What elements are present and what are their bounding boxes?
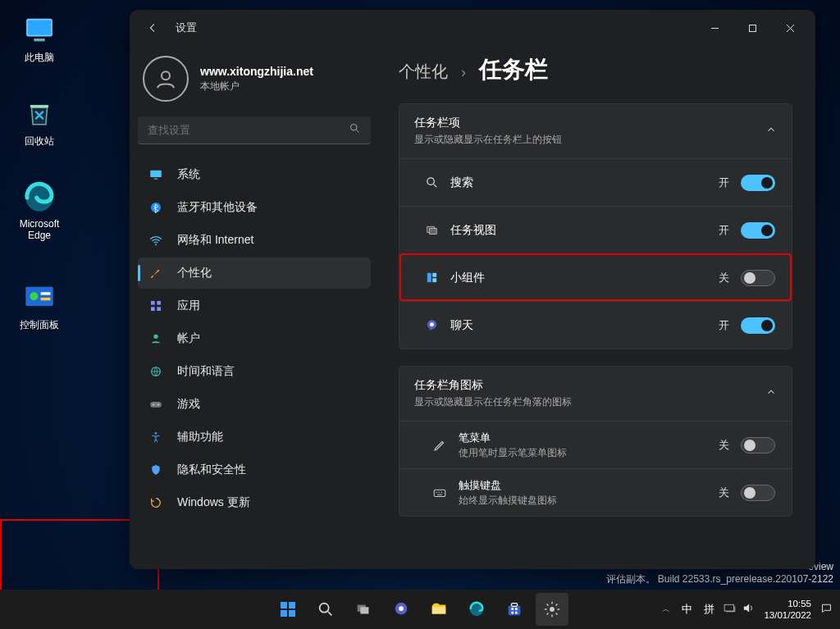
svg-rect-16 [151, 301, 155, 305]
desktop-icon-thispc[interactable]: 此电脑 [8, 13, 71, 65]
svg-rect-9 [749, 25, 756, 31]
volume-tray-icon[interactable] [742, 601, 756, 618]
notification-tray-icon[interactable] [819, 601, 833, 618]
nav-label: 游戏 [177, 397, 200, 412]
nav-system[interactable]: 系统 [138, 159, 371, 190]
nav-network[interactable]: 网络和 Internet [138, 225, 371, 256]
taskbar-taskview[interactable] [347, 593, 380, 626]
nav-gaming[interactable]: 游戏 [138, 389, 371, 420]
svg-point-24 [158, 403, 159, 405]
chevron-up-icon [765, 124, 777, 139]
ime-mode[interactable]: 拼 [701, 602, 718, 617]
svg-rect-3 [30, 105, 48, 107]
tray-overflow[interactable]: ︿ [659, 604, 673, 615]
nav-accounts[interactable]: 帐户 [138, 323, 371, 354]
nav-label: 辅助功能 [177, 430, 223, 444]
nav-label: 蓝牙和其他设备 [177, 200, 258, 215]
taskbar-clock[interactable]: 10:55 13/01/2022 [760, 598, 815, 622]
toggle-state: 开 [719, 223, 729, 238]
svg-rect-29 [427, 273, 431, 282]
widgets-icon [422, 269, 441, 287]
card-header-taskbar-items[interactable]: 任务栏项 显示或隐藏显示在任务栏上的按钮 [399, 104, 792, 158]
ime-lang[interactable]: 中 [678, 602, 696, 617]
gamepad-icon [148, 396, 164, 412]
card-header-corner-icons[interactable]: 任务栏角图标 显示或隐藏显示在任务栏角落的图标 [399, 367, 792, 421]
svg-rect-46 [509, 605, 521, 615]
taskbar: ︿ 中 拼 10:55 13/01/2022 [0, 590, 840, 629]
taskview-icon [422, 221, 441, 239]
svg-point-39 [320, 604, 329, 613]
nav-bluetooth[interactable]: 蓝牙和其他设备 [138, 192, 371, 223]
toggle-chat[interactable] [741, 317, 775, 334]
taskbar-store[interactable] [498, 593, 531, 626]
start-button[interactable] [272, 593, 304, 626]
toggle-touchkeyboard[interactable] [741, 485, 775, 501]
nav-time[interactable]: 时间和语言 [138, 356, 371, 387]
toggle-state: 关 [719, 438, 729, 453]
desktop-icon-label: Microsoft Edge [8, 218, 71, 241]
maximize-button[interactable] [733, 15, 771, 41]
nav-label: 个性化 [177, 266, 212, 280]
taskbar-edge[interactable] [460, 593, 493, 626]
row-search[interactable]: 搜索 开 [399, 158, 792, 206]
taskbar-explorer[interactable] [422, 593, 455, 626]
svg-point-15 [155, 244, 157, 245]
taskbar-center [272, 593, 568, 626]
row-label: 笔菜单 [459, 431, 567, 445]
nav-update[interactable]: Windows 更新 [138, 487, 371, 518]
svg-point-33 [430, 322, 434, 326]
nav-personalization[interactable]: 个性化 [138, 258, 371, 289]
row-taskview[interactable]: 任务视图 开 [399, 206, 792, 253]
desktop-icon-recycle[interactable]: 回收站 [8, 97, 71, 148]
back-button[interactable] [141, 16, 164, 39]
chevron-right-icon: › [461, 64, 466, 81]
svg-point-25 [155, 432, 158, 435]
titlebar: 设置 [130, 10, 815, 46]
minimize-button[interactable] [696, 15, 733, 41]
nav: 系统 蓝牙和其他设备 网络和 Internet 个性化 应用 [138, 159, 371, 518]
row-label: 任务视图 [450, 223, 496, 238]
taskbar-chat[interactable] [385, 593, 418, 626]
toggle-search[interactable] [741, 175, 775, 191]
search-icon [349, 122, 361, 138]
svg-rect-12 [150, 171, 162, 177]
breadcrumb-parent[interactable]: 个性化 [399, 61, 448, 83]
toggle-state: 关 [719, 271, 729, 285]
taskbar-items-card: 任务栏项 显示或隐藏显示在任务栏上的按钮 搜索 开 任务视图 开 [399, 103, 792, 349]
nav-apps[interactable]: 应用 [138, 290, 371, 321]
nav-privacy[interactable]: 隐私和安全性 [138, 454, 371, 485]
brush-icon [148, 265, 164, 281]
svg-rect-19 [157, 307, 161, 311]
desktop-icon-cpanel[interactable]: 控制面板 [8, 280, 71, 332]
svg-rect-28 [429, 228, 436, 234]
desktop-icon-edge[interactable]: Microsoft Edge [8, 180, 71, 241]
taskbar-search[interactable] [309, 593, 342, 626]
toggle-penmenu[interactable] [741, 437, 775, 454]
row-widgets[interactable]: 小组件 关 [399, 253, 792, 301]
row-chat[interactable]: 聊天 开 [399, 301, 792, 349]
account-name: www.xitongzhijia.net [200, 65, 313, 78]
desktop-icon-label: 此电脑 [8, 51, 71, 65]
row-label: 聊天 [450, 318, 473, 333]
toggle-widgets[interactable] [741, 270, 775, 286]
toggle-state: 开 [719, 175, 729, 190]
globe-icon [148, 363, 164, 380]
taskbar-corner-card: 任务栏角图标 显示或隐藏显示在任务栏角落的图标 笔菜单 使用笔时显示笔菜单图标 … [399, 366, 792, 517]
taskbar-settings[interactable] [536, 593, 568, 626]
close-button[interactable] [771, 15, 809, 41]
svg-rect-22 [150, 402, 162, 408]
nav-label: 系统 [177, 167, 200, 182]
row-penmenu[interactable]: 笔菜单 使用笔时显示笔菜单图标 关 [399, 421, 792, 468]
svg-point-52 [550, 607, 555, 612]
svg-point-26 [427, 178, 434, 185]
search-input[interactable] [148, 124, 349, 136]
row-sublabel: 始终显示触摸键盘图标 [459, 495, 557, 507]
svg-rect-2 [34, 39, 44, 41]
accessibility-icon [148, 429, 164, 445]
nav-accessibility[interactable]: 辅助功能 [138, 422, 371, 453]
row-touchkeyboard[interactable]: 触摸键盘 始终显示触摸键盘图标 关 [399, 468, 792, 516]
settings-search[interactable] [138, 116, 371, 144]
toggle-taskview[interactable] [741, 222, 775, 239]
network-tray-icon[interactable] [723, 601, 737, 618]
account-block[interactable]: www.xitongzhijia.net 本地帐户 [138, 51, 371, 116]
